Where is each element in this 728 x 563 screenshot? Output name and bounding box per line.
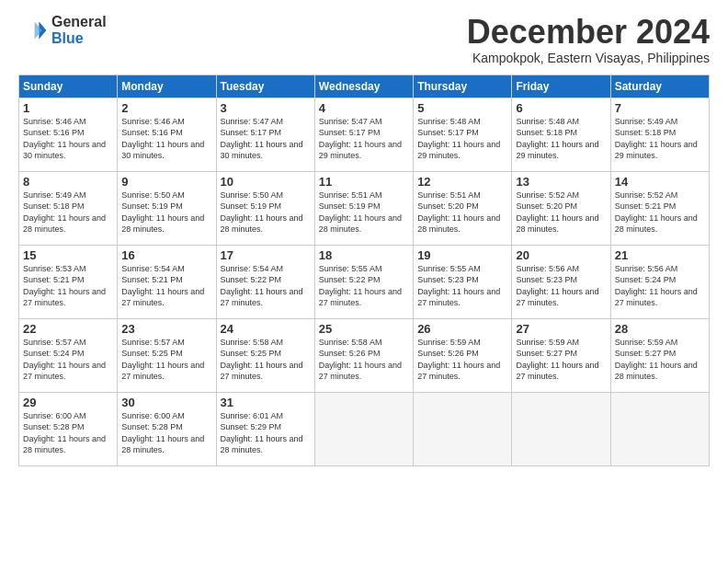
logo-text: General Blue: [51, 14, 107, 46]
day-31: 31 Sunrise: 6:01 AMSunset: 5:29 PMDaylig…: [216, 392, 314, 465]
day-24: 24 Sunrise: 5:58 AMSunset: 5:25 PMDaylig…: [216, 318, 314, 392]
day-19: 19 Sunrise: 5:55 AMSunset: 5:23 PMDaylig…: [414, 245, 512, 318]
title-section: December 2024 Kampokpok, Eastern Visayas…: [467, 14, 710, 65]
day-15: 15 Sunrise: 5:53 AMSunset: 5:21 PMDaylig…: [19, 245, 118, 318]
day-13: 13 Sunrise: 5:52 AMSunset: 5:20 PMDaylig…: [512, 171, 610, 245]
day-7: 7 Sunrise: 5:49 AMSunset: 5:18 PMDayligh…: [610, 98, 709, 171]
table-row: 22 Sunrise: 5:57 AMSunset: 5:24 PMDaylig…: [19, 318, 710, 392]
col-thursday: Thursday: [414, 75, 512, 98]
day-30: 30 Sunrise: 6:00 AMSunset: 5:28 PMDaylig…: [118, 392, 216, 465]
logo-general-text: General: [51, 14, 107, 30]
day-29: 29 Sunrise: 6:00 AMSunset: 5:28 PMDaylig…: [19, 392, 118, 465]
day-28: 28 Sunrise: 5:59 AMSunset: 5:27 PMDaylig…: [610, 318, 709, 392]
day-12: 12 Sunrise: 5:51 AMSunset: 5:20 PMDaylig…: [414, 171, 512, 245]
table-row: 8 Sunrise: 5:49 AMSunset: 5:18 PMDayligh…: [19, 171, 710, 245]
col-tuesday: Tuesday: [216, 75, 314, 98]
day-20: 20 Sunrise: 5:56 AMSunset: 5:23 PMDaylig…: [512, 245, 610, 318]
empty-cell: [314, 392, 413, 465]
day-25: 25 Sunrise: 5:58 AMSunset: 5:26 PMDaylig…: [314, 318, 413, 392]
day-10: 10 Sunrise: 5:50 AMSunset: 5:19 PMDaylig…: [216, 171, 314, 245]
table-row: 29 Sunrise: 6:00 AMSunset: 5:28 PMDaylig…: [19, 392, 710, 465]
empty-cell: [512, 392, 610, 465]
calendar-table: Sunday Monday Tuesday Wednesday Thursday…: [18, 75, 710, 466]
col-wednesday: Wednesday: [314, 75, 413, 98]
day-18: 18 Sunrise: 5:55 AMSunset: 5:22 PMDaylig…: [314, 245, 413, 318]
day-17: 17 Sunrise: 5:54 AMSunset: 5:22 PMDaylig…: [216, 245, 314, 318]
page: General Blue December 2024 Kampokpok, Ea…: [0, 0, 728, 563]
day-5: 5 Sunrise: 5:48 AMSunset: 5:17 PMDayligh…: [414, 98, 512, 171]
logo: General Blue: [18, 14, 107, 46]
logo-blue-text: Blue: [51, 30, 107, 47]
day-2: 2 Sunrise: 5:46 AMSunset: 5:16 PMDayligh…: [118, 98, 216, 171]
logo-icon: [18, 16, 48, 45]
day-22: 22 Sunrise: 5:57 AMSunset: 5:24 PMDaylig…: [19, 318, 118, 392]
day-3: 3 Sunrise: 5:47 AMSunset: 5:17 PMDayligh…: [216, 98, 314, 171]
col-friday: Friday: [512, 75, 610, 98]
table-row: 15 Sunrise: 5:53 AMSunset: 5:21 PMDaylig…: [19, 245, 710, 318]
day-16: 16 Sunrise: 5:54 AMSunset: 5:21 PMDaylig…: [118, 245, 216, 318]
day-21: 21 Sunrise: 5:56 AMSunset: 5:24 PMDaylig…: [610, 245, 709, 318]
calendar-header-row: Sunday Monday Tuesday Wednesday Thursday…: [19, 75, 710, 98]
day-11: 11 Sunrise: 5:51 AMSunset: 5:19 PMDaylig…: [314, 171, 413, 245]
day-4: 4 Sunrise: 5:47 AMSunset: 5:17 PMDayligh…: [314, 98, 413, 171]
day-14: 14 Sunrise: 5:52 AMSunset: 5:21 PMDaylig…: [610, 171, 709, 245]
day-8: 8 Sunrise: 5:49 AMSunset: 5:18 PMDayligh…: [19, 171, 118, 245]
empty-cell: [610, 392, 709, 465]
location: Kampokpok, Eastern Visayas, Philippines: [467, 51, 710, 65]
day-23: 23 Sunrise: 5:57 AMSunset: 5:25 PMDaylig…: [118, 318, 216, 392]
day-26: 26 Sunrise: 5:59 AMSunset: 5:26 PMDaylig…: [414, 318, 512, 392]
col-sunday: Sunday: [19, 75, 118, 98]
day-9: 9 Sunrise: 5:50 AMSunset: 5:19 PMDayligh…: [118, 171, 216, 245]
col-saturday: Saturday: [610, 75, 709, 98]
empty-cell: [414, 392, 512, 465]
header: General Blue December 2024 Kampokpok, Ea…: [18, 14, 710, 65]
day-6: 6 Sunrise: 5:48 AMSunset: 5:18 PMDayligh…: [512, 98, 610, 171]
day-27: 27 Sunrise: 5:59 AMSunset: 5:27 PMDaylig…: [512, 318, 610, 392]
col-monday: Monday: [118, 75, 216, 98]
table-row: 1 Sunrise: 5:46 AMSunset: 5:16 PMDayligh…: [19, 98, 710, 171]
month-title: December 2024: [467, 14, 710, 51]
day-1: 1 Sunrise: 5:46 AMSunset: 5:16 PMDayligh…: [19, 98, 118, 171]
